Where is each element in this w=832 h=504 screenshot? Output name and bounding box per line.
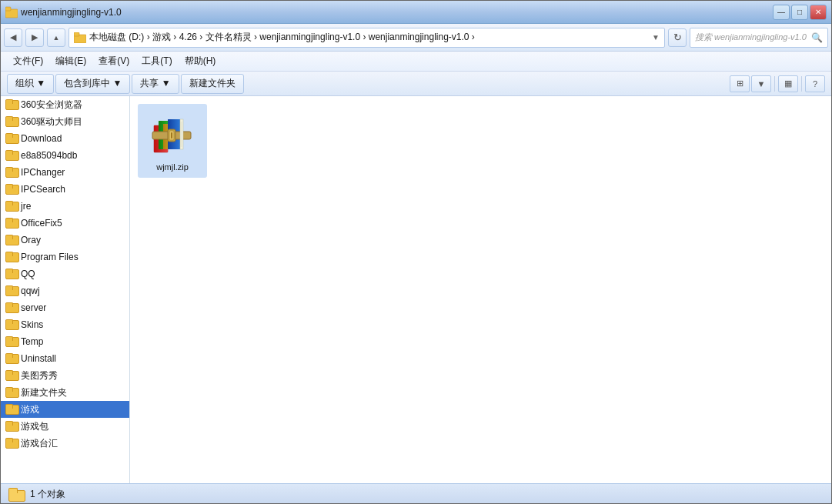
sidebar-item-officefix5[interactable]: OfficeFix5 bbox=[1, 215, 129, 232]
sidebar-item-label: 美图秀秀 bbox=[21, 369, 58, 382]
sidebar-item-label: e8a85094bdb bbox=[21, 150, 77, 161]
sidebar-item-oray[interactable]: Oray bbox=[1, 232, 129, 249]
sidebar[interactable]: 360安全浏览器 360驱动大师目 Download e8a85094bdb I… bbox=[1, 96, 130, 483]
folder-icon bbox=[5, 438, 18, 449]
sidebar-item-qqwj[interactable]: qqwj bbox=[1, 282, 129, 299]
sidebar-item-label: Oray bbox=[21, 235, 41, 245]
sidebar-item-qq[interactable]: QQ bbox=[1, 265, 129, 282]
sidebar-item-newdir[interactable]: 新建文件夹 bbox=[1, 384, 129, 401]
sidebar-item-label: 游戏 bbox=[21, 403, 39, 416]
folder-icon bbox=[5, 421, 18, 432]
toolbar: 组织 ▼ 包含到库中 ▼ 共享 ▼ 新建文件夹 ⊞ ▼ ▦ ? bbox=[1, 72, 831, 96]
menu-help[interactable]: 帮助(H) bbox=[179, 52, 222, 71]
folder-icon bbox=[5, 184, 18, 195]
address-bar[interactable]: 本地磁盘 (D:) › 游戏 › 4.26 › 文件名精灵 › wenjianm… bbox=[68, 28, 665, 48]
share-label: 共享 ▼ bbox=[140, 77, 170, 90]
file-item-wjmjl[interactable]: wjmjl.zip bbox=[138, 104, 207, 178]
sidebar-item-label: qqwj bbox=[21, 285, 40, 296]
sidebar-item-jre[interactable]: jre bbox=[1, 198, 129, 215]
sidebar-item-label: jre bbox=[21, 201, 31, 212]
include-library-button[interactable]: 包含到库中 ▼ bbox=[55, 74, 130, 94]
address-dropdown-arrow[interactable]: ▼ bbox=[652, 33, 660, 42]
menu-file[interactable]: 文件(F) bbox=[7, 52, 49, 71]
sidebar-item-games[interactable]: 游戏 bbox=[1, 401, 129, 418]
close-button[interactable]: ✕ bbox=[810, 5, 827, 20]
organize-button[interactable]: 组织 ▼ bbox=[7, 74, 54, 94]
sidebar-item-label: 360安全浏览器 bbox=[21, 98, 82, 112]
preview-pane-button[interactable]: ▦ bbox=[778, 75, 798, 92]
maximize-button[interactable]: □ bbox=[791, 5, 808, 20]
sidebar-item-e8a[interactable]: e8a85094bdb bbox=[1, 147, 129, 164]
address-text: 本地磁盘 (D:) › 游戏 › 4.26 › 文件名精灵 › wenjianm… bbox=[89, 31, 649, 44]
sidebar-item-gametaihui[interactable]: 游戏台汇 bbox=[1, 435, 129, 452]
title-bar: wenjianmingjingling-v1.0 — □ ✕ bbox=[1, 1, 831, 24]
title-bar-left: wenjianmingjingling-v1.0 bbox=[5, 6, 122, 18]
sidebar-item-360browser[interactable]: 360安全浏览器 bbox=[1, 96, 129, 113]
title-bar-text: wenjianmingjingling-v1.0 bbox=[21, 7, 122, 18]
sidebar-item-skins[interactable]: Skins bbox=[1, 316, 129, 333]
menu-tools[interactable]: 工具(T) bbox=[135, 52, 178, 71]
refresh-button[interactable]: ↻ bbox=[668, 28, 687, 47]
sidebar-item-label: Temp bbox=[21, 336, 43, 347]
sidebar-item-label: Download bbox=[21, 133, 62, 144]
view-toggle-button[interactable]: ⊞ bbox=[730, 75, 750, 92]
organize-label: 组织 ▼ bbox=[15, 77, 45, 90]
share-button[interactable]: 共享 ▼ bbox=[132, 74, 179, 94]
sidebar-item-label: 游戏台汇 bbox=[21, 437, 58, 450]
sidebar-item-label: QQ bbox=[21, 269, 35, 279]
help-button[interactable]: ? bbox=[805, 75, 825, 92]
sidebar-item-temp[interactable]: Temp bbox=[1, 333, 129, 350]
new-folder-button[interactable]: 新建文件夹 bbox=[181, 74, 244, 94]
status-bar: 1 个对象 bbox=[1, 483, 831, 504]
toolbar-divider2 bbox=[801, 76, 802, 92]
sidebar-item-ipcsearch[interactable]: IPCSearch bbox=[1, 181, 129, 198]
folder-icon bbox=[5, 353, 18, 364]
folder-icon bbox=[5, 99, 18, 110]
svg-rect-3 bbox=[74, 32, 79, 36]
file-name-label: wjmjl.zip bbox=[156, 162, 189, 172]
folder-icon bbox=[5, 336, 18, 347]
folder-icon bbox=[5, 269, 18, 279]
menu-view[interactable]: 查看(V) bbox=[92, 52, 135, 71]
folder-icon bbox=[5, 370, 18, 381]
title-bar-icon bbox=[5, 6, 18, 18]
folder-icon bbox=[5, 319, 18, 330]
sidebar-item-gamepacks[interactable]: 游戏包 bbox=[1, 418, 129, 435]
view-dropdown-button[interactable]: ▼ bbox=[751, 75, 771, 92]
forward-button[interactable]: ▶ bbox=[25, 28, 44, 47]
sidebar-item-label: 游戏包 bbox=[21, 420, 48, 433]
toolbar-divider bbox=[774, 76, 775, 92]
svg-rect-1 bbox=[5, 7, 11, 11]
sidebar-item-ipchanger[interactable]: IPChanger bbox=[1, 164, 129, 181]
sidebar-item-label: IPChanger bbox=[21, 167, 65, 178]
sidebar-item-360driver[interactable]: 360驱动大师目 bbox=[1, 113, 129, 130]
folder-icon bbox=[5, 167, 18, 178]
svg-rect-15 bbox=[171, 132, 172, 139]
status-text: 1 个对象 bbox=[30, 488, 65, 501]
search-placeholder-text: 搜索 wenjianmingjingling-v1.0 bbox=[695, 32, 808, 43]
sidebar-item-label: server bbox=[21, 302, 46, 313]
sidebar-item-label: Uninstall bbox=[21, 353, 56, 364]
zip-file-icon bbox=[148, 110, 197, 159]
sidebar-item-label: Program Files bbox=[21, 252, 79, 262]
search-bar[interactable]: 搜索 wenjianmingjingling-v1.0 🔍 bbox=[690, 28, 828, 48]
sidebar-item-meitu[interactable]: 美图秀秀 bbox=[1, 367, 129, 384]
minimize-button[interactable]: — bbox=[773, 5, 790, 20]
menu-edit[interactable]: 编辑(E) bbox=[49, 52, 92, 71]
view-controls: ⊞ ▼ ▦ ? bbox=[730, 75, 825, 92]
content-area[interactable]: wjmjl.zip bbox=[130, 96, 831, 483]
nav-bar: ◀ ▶ ▲ 本地磁盘 (D:) › 游戏 › 4.26 › 文件名精灵 › we… bbox=[1, 24, 831, 52]
sidebar-item-server[interactable]: server bbox=[1, 299, 129, 316]
folder-icon bbox=[5, 235, 18, 245]
sidebar-item-uninstall[interactable]: Uninstall bbox=[1, 350, 129, 367]
folder-icon bbox=[5, 133, 18, 144]
folder-icon bbox=[5, 201, 18, 212]
new-folder-label: 新建文件夹 bbox=[189, 77, 236, 90]
up-button[interactable]: ▲ bbox=[47, 28, 65, 47]
search-icon[interactable]: 🔍 bbox=[811, 32, 823, 43]
title-bar-controls: — □ ✕ bbox=[773, 5, 827, 20]
sidebar-item-programfiles[interactable]: Program Files bbox=[1, 249, 129, 265]
folder-icon bbox=[5, 116, 18, 127]
sidebar-item-download[interactable]: Download bbox=[1, 130, 129, 147]
back-button[interactable]: ◀ bbox=[4, 28, 22, 47]
